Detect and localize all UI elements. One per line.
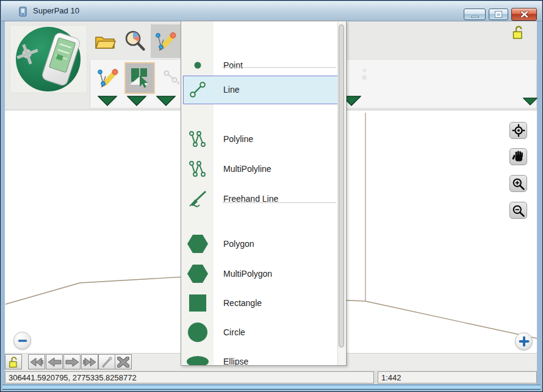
dropdown-arrow-icon[interactable] (127, 96, 146, 106)
magnifier-minus-icon (511, 204, 525, 218)
edit-confirm-button[interactable] (98, 354, 115, 369)
stylus-icon (101, 356, 113, 368)
menu-item-line[interactable]: Line (181, 75, 337, 104)
scale-readout: 1:442 (378, 371, 537, 383)
menu-scrollbar-thumb[interactable] (339, 24, 344, 347)
double-right-arrow-icon (83, 357, 96, 367)
menu-item-rectangle[interactable]: Rectangle (181, 288, 337, 318)
locate-button[interactable] (509, 122, 527, 139)
app-icon (18, 6, 29, 17)
menu-item-partial[interactable] (181, 356, 337, 366)
dropdown-arrow-icon[interactable] (523, 97, 538, 106)
line-icon (189, 81, 206, 98)
menu-item-label: MultiPolygon (223, 269, 272, 279)
double-left-arrow-icon (30, 357, 43, 367)
record-lock-button[interactable] (5, 354, 22, 369)
title-bar: SuperPad 10 (1, 1, 542, 21)
hand-icon (511, 149, 525, 164)
geometry-type-menu: Point Line Polyline MultiPolyline (181, 21, 347, 366)
right-arrow-icon (65, 357, 79, 367)
window-title: SuperPad 10 (33, 6, 79, 15)
menu-item-freehand-line[interactable]: Freehand Line (181, 184, 337, 213)
zoom-out-button[interactable] (509, 202, 527, 219)
menu-item-polyline[interactable]: Polyline (181, 124, 337, 154)
unlocked-padlock-icon (512, 25, 524, 40)
menu-separator (222, 202, 336, 203)
maximize-button[interactable] (489, 9, 508, 20)
point-icon (193, 61, 202, 69)
scale-minus-button[interactable] (13, 332, 31, 349)
select-feature-button-selected[interactable] (124, 62, 155, 94)
previous-record-button[interactable] (46, 354, 63, 369)
faded-dots-icon (351, 68, 369, 88)
polyline-icon (189, 130, 207, 148)
hidden-tool-button-disabled (345, 62, 375, 94)
menu-item-label: Polyline (223, 134, 253, 144)
first-record-button[interactable] (28, 354, 45, 369)
open-button[interactable] (90, 24, 120, 58)
app-logo (10, 25, 87, 93)
menu-item-label: Circle (223, 327, 245, 337)
gps-target-icon (511, 123, 526, 138)
freehand-line-icon (189, 190, 207, 208)
dropdown-arrow-icon[interactable] (98, 96, 117, 106)
minus-icon (18, 336, 27, 346)
segment-icon (162, 68, 181, 88)
menu-item-polygon[interactable]: Polygon (181, 229, 337, 258)
menu-item-label: Line (223, 85, 239, 94)
minimize-button[interactable] (464, 9, 486, 20)
plus-icon (519, 336, 530, 347)
coordinates-readout: 306441.5920795, 2775335.8258772 (5, 371, 374, 383)
menu-item-label: MultiPolyline (223, 164, 272, 174)
menu-scrollbar[interactable] (337, 22, 345, 366)
folder-icon (94, 32, 116, 51)
delete-record-button[interactable] (115, 354, 132, 369)
last-record-button[interactable] (81, 354, 98, 369)
partial-shape-icon (190, 355, 205, 366)
menu-item-circle[interactable]: Circle (181, 318, 337, 347)
menu-item-multipolygon[interactable]: MultiPolygon (181, 259, 337, 288)
close-icon (520, 11, 528, 18)
pencil-polyline-icon (96, 67, 120, 89)
menu-item-multipolyline[interactable]: MultiPolyline (181, 154, 337, 184)
magnifier-plus-icon (511, 177, 525, 191)
next-record-button[interactable] (63, 354, 81, 369)
rectangle-icon (188, 293, 207, 313)
select-tool-icon (129, 67, 150, 89)
menu-item-label: Point (223, 60, 243, 70)
pan-button[interactable] (509, 148, 527, 165)
multipolyline-icon (189, 160, 207, 178)
logo-device-screen (49, 37, 76, 73)
menu-item-label: Polygon (223, 239, 254, 249)
window-bottom-frame (2, 385, 541, 390)
multipolygon-icon (186, 263, 209, 284)
x-icon (117, 357, 129, 368)
minimize-icon (471, 16, 479, 18)
search-button[interactable] (120, 24, 151, 58)
status-bar: 306441.5920795, 2775335.8258772 1:442 (5, 371, 537, 384)
search-pie-icon (124, 30, 147, 53)
logo-circle (16, 27, 81, 91)
menu-item-label: Rectangle (223, 298, 262, 308)
circle-icon (187, 321, 209, 343)
draw-button-selected[interactable] (151, 24, 181, 58)
scale-plus-button[interactable] (515, 332, 533, 350)
maximize-icon (495, 12, 502, 17)
menu-separator (222, 67, 336, 68)
close-button[interactable] (511, 8, 537, 21)
draw-geometry-button[interactable] (93, 62, 123, 94)
logo-satellite-icon (22, 49, 32, 59)
zoom-in-button[interactable] (509, 175, 527, 192)
dropdown-arrow-icon[interactable] (156, 96, 176, 106)
padlock-open-icon (8, 356, 19, 368)
logo-device (40, 31, 81, 87)
polygon-icon (186, 233, 209, 254)
left-arrow-icon (48, 357, 62, 367)
draw-pencil-icon (154, 30, 178, 52)
